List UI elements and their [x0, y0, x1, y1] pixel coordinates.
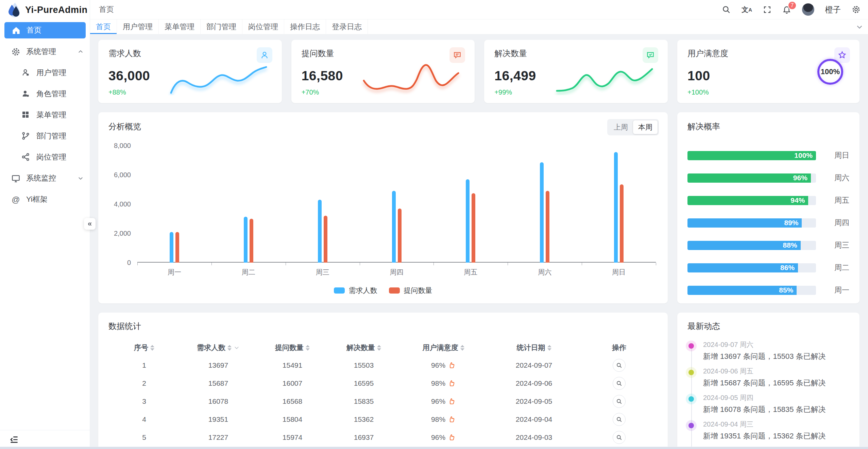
cell-value: 96% — [431, 361, 445, 369]
sort-icon[interactable] — [306, 345, 310, 351]
cell-value: 13697 — [208, 361, 228, 369]
bar-提问数量[interactable] — [472, 193, 475, 263]
cell-value: 15687 — [208, 379, 228, 387]
cell-value: 16007 — [283, 379, 302, 387]
sidebar-item-home[interactable]: 首页 — [4, 22, 86, 38]
bar-提问数量[interactable] — [398, 209, 402, 263]
sidebar-item-user-management[interactable]: 用户管理 — [0, 62, 90, 83]
overview-chart-card: 分析概览 上周 本周 02,0004,0006,0008,000周一周二周三周四… — [98, 112, 668, 303]
progress-day-label: 周五 — [825, 195, 849, 205]
probability-row: 89%周四 — [687, 212, 849, 234]
menu-fold-icon[interactable] — [10, 435, 19, 444]
chart-legend: 需求人数提问数量 — [108, 286, 658, 295]
sidebar-item-system-monitor[interactable]: 系统监控 — [0, 168, 90, 189]
bar-chart-plot: 02,0004,0006,0008,000周一周二周三周四周五周六周日 — [108, 145, 658, 278]
translate-icon[interactable]: 文A — [742, 6, 752, 13]
table-cell: 17227 — [180, 433, 257, 442]
bar-需求人数[interactable] — [540, 162, 544, 263]
view-detail-button[interactable] — [613, 431, 626, 444]
probability-row: 88%周三 — [687, 234, 849, 256]
bar-需求人数[interactable] — [466, 179, 470, 263]
progress-day-label: 周六 — [825, 173, 849, 183]
legend-item[interactable]: 需求人数 — [334, 286, 377, 295]
table-cell: 96% — [399, 433, 487, 442]
progress-day-label: 周一 — [825, 285, 849, 295]
view-detail-button[interactable] — [613, 377, 626, 390]
bar-需求人数[interactable] — [170, 232, 173, 263]
legend-item[interactable]: 提问数量 — [389, 286, 432, 295]
progress-track: 94% — [687, 196, 816, 205]
horizontal-scrollbar[interactable] — [0, 447, 868, 449]
sidebar-item-menu-management[interactable]: 菜单管理 — [0, 104, 90, 126]
bar-需求人数[interactable] — [318, 200, 322, 263]
sort-icon[interactable] — [150, 345, 154, 351]
tab-login-log[interactable]: 登录日志 — [326, 19, 368, 34]
stat-cards-row: 需求人数 36,000 +88% 提问数量 — [98, 40, 668, 103]
tab-more-chevron-down-icon[interactable] — [851, 19, 868, 34]
stat-card-solved: 解决数量 16,499 +99% — [484, 40, 668, 103]
notification-bell-icon[interactable]: 7 — [782, 5, 791, 14]
tab-post-management[interactable]: 岗位管理 — [242, 19, 284, 34]
y-axis-tick-label: 0 — [108, 259, 131, 267]
table-cell: 2024-09-06 — [487, 379, 581, 387]
table-cell: 2024-09-03 — [487, 433, 581, 442]
progress-percent-label: 85% — [779, 286, 797, 294]
sidebar-collapse-button[interactable]: « — [84, 218, 96, 230]
sidebar-item-role-management[interactable]: 角色管理 — [0, 83, 90, 104]
tab-department-management[interactable]: 部门管理 — [201, 19, 242, 34]
user-name[interactable]: 橙子 — [825, 4, 841, 15]
sidebar-item-system-management[interactable]: 系统管理 — [0, 41, 90, 62]
cell-value: 15503 — [354, 361, 374, 369]
progress-fill: 96% — [687, 173, 811, 183]
fullscreen-icon[interactable] — [763, 5, 771, 14]
table-cell: 2024-09-05 — [487, 397, 581, 405]
filter-chevron-down-icon[interactable] — [234, 345, 240, 351]
bar-需求人数[interactable] — [244, 217, 248, 263]
sort-icon[interactable] — [460, 345, 464, 351]
bar-需求人数[interactable] — [392, 191, 396, 263]
search-icon[interactable] — [722, 5, 731, 14]
magnifier-icon — [616, 362, 622, 368]
tab-menu-management[interactable]: 菜单管理 — [159, 19, 201, 34]
sidebar-item-yi-framework[interactable]: @ Yi框架 — [0, 189, 90, 210]
x-axis-category-label: 周四 — [382, 268, 412, 277]
col-header-solved: 解决数量 — [328, 343, 399, 352]
thumbs-up-icon — [448, 380, 456, 387]
cell-value: 2024-09-04 — [516, 415, 552, 423]
bar-需求人数[interactable] — [614, 152, 618, 263]
logo[interactable]: Yi-PureAdmin — [0, 0, 90, 20]
menu-grid-icon — [21, 111, 31, 120]
legend-label: 提问数量 — [404, 286, 432, 295]
sort-icon[interactable] — [547, 345, 551, 351]
view-detail-button[interactable] — [613, 359, 626, 372]
sparkline-blue — [168, 60, 270, 95]
sidebar-item-department-management[interactable]: 部门管理 — [0, 126, 90, 147]
bar-提问数量[interactable] — [546, 191, 549, 263]
progress-track: 96% — [687, 173, 816, 183]
settings-gear-icon[interactable] — [852, 5, 861, 14]
cell-value: 15804 — [283, 415, 302, 423]
sort-icon[interactable] — [377, 345, 381, 351]
bar-提问数量[interactable] — [250, 219, 253, 263]
bar-提问数量[interactable] — [175, 232, 179, 263]
table-row: 113697154911550396%2024-09-07 — [108, 356, 658, 374]
topbar: 首页 文A 7 橙子 — [90, 0, 868, 19]
y-axis-tick-label: 4,000 — [108, 200, 131, 208]
view-detail-button[interactable] — [613, 395, 626, 408]
tab-user-management[interactable]: 用户管理 — [117, 19, 159, 34]
tabbar: 首页 用户管理 菜单管理 部门管理 岗位管理 操作日志 登录日志 — [90, 19, 868, 34]
sort-icon[interactable] — [227, 345, 232, 351]
bar-提问数量[interactable] — [620, 184, 624, 263]
sidebar-item-label: 系统管理 — [26, 47, 56, 57]
table-cell: 15491 — [257, 361, 328, 369]
bar-提问数量[interactable] — [324, 216, 327, 263]
tab-operation-log[interactable]: 操作日志 — [284, 19, 326, 34]
tab-home[interactable]: 首页 — [90, 19, 117, 34]
last-week-button[interactable]: 上周 — [609, 120, 633, 134]
sidebar-item-post-management[interactable]: 岗位管理 — [0, 147, 90, 168]
sidebar: Yi-PureAdmin 首页 系统管理 — [0, 0, 90, 449]
avatar[interactable] — [802, 3, 814, 16]
this-week-button[interactable]: 本周 — [633, 120, 658, 134]
sidebar-item-label: 岗位管理 — [36, 152, 66, 162]
view-detail-button[interactable] — [613, 413, 626, 426]
